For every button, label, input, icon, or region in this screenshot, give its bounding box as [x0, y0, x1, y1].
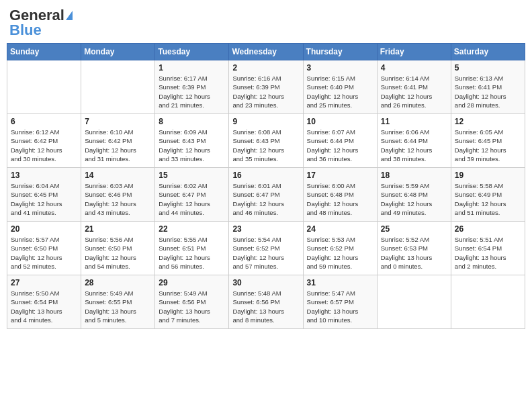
day-info: Sunrise: 6:16 AM Sunset: 6:39 PM Dayligh…	[232, 74, 299, 109]
day-number: 24	[307, 224, 373, 234]
calendar-cell: 11Sunrise: 6:06 AM Sunset: 6:44 PM Dayli…	[377, 114, 451, 168]
calendar-cell: 2Sunrise: 6:16 AM Sunset: 6:39 PM Daylig…	[229, 60, 303, 114]
day-number: 22	[159, 224, 225, 234]
day-info: Sunrise: 6:13 AM Sunset: 6:41 PM Dayligh…	[455, 74, 521, 109]
day-number: 21	[85, 224, 151, 234]
day-number: 1	[159, 63, 225, 73]
calendar-cell: 25Sunrise: 5:52 AM Sunset: 6:53 PM Dayli…	[377, 222, 451, 275]
col-header-tuesday: Tuesday	[155, 44, 229, 60]
day-info: Sunrise: 5:54 AM Sunset: 6:52 PM Dayligh…	[232, 235, 299, 271]
calendar-cell: 22Sunrise: 5:55 AM Sunset: 6:51 PM Dayli…	[155, 222, 229, 275]
calendar-cell: 9Sunrise: 6:08 AM Sunset: 6:43 PM Daylig…	[229, 114, 303, 168]
day-number: 16	[232, 171, 299, 180]
calendar-cell	[377, 275, 451, 329]
calendar-cell: 21Sunrise: 5:56 AM Sunset: 6:50 PM Dayli…	[81, 222, 155, 275]
calendar-cell	[451, 275, 525, 329]
calendar-cell: 10Sunrise: 6:07 AM Sunset: 6:44 PM Dayli…	[303, 114, 377, 168]
logo-triangle-icon	[66, 11, 73, 20]
day-info: Sunrise: 6:14 AM Sunset: 6:41 PM Dayligh…	[381, 74, 447, 109]
calendar-cell: 15Sunrise: 6:02 AM Sunset: 6:47 PM Dayli…	[155, 168, 229, 222]
day-info: Sunrise: 5:49 AM Sunset: 6:56 PM Dayligh…	[159, 289, 225, 324]
day-number: 30	[232, 278, 299, 287]
day-info: Sunrise: 6:01 AM Sunset: 6:47 PM Dayligh…	[232, 181, 299, 217]
day-info: Sunrise: 5:51 AM Sunset: 6:54 PM Dayligh…	[455, 235, 521, 271]
calendar-cell: 30Sunrise: 5:48 AM Sunset: 6:56 PM Dayli…	[229, 275, 303, 329]
day-number: 6	[11, 117, 77, 126]
day-number: 14	[85, 171, 151, 180]
day-number: 29	[159, 278, 225, 287]
day-number: 15	[159, 171, 225, 180]
col-header-friday: Friday	[377, 44, 451, 60]
calendar-cell: 26Sunrise: 5:51 AM Sunset: 6:54 PM Dayli…	[451, 222, 525, 275]
day-number: 28	[85, 278, 151, 287]
calendar-cell: 13Sunrise: 6:04 AM Sunset: 6:45 PM Dayli…	[7, 168, 81, 222]
calendar-cell: 3Sunrise: 6:15 AM Sunset: 6:40 PM Daylig…	[303, 60, 377, 114]
day-number: 4	[381, 63, 447, 73]
calendar-cell: 17Sunrise: 6:00 AM Sunset: 6:48 PM Dayli…	[303, 168, 377, 222]
calendar-cell: 12Sunrise: 6:05 AM Sunset: 6:45 PM Dayli…	[451, 114, 525, 168]
calendar-cell: 24Sunrise: 5:53 AM Sunset: 6:52 PM Dayli…	[303, 222, 377, 275]
day-number: 9	[232, 117, 299, 126]
day-number: 23	[232, 224, 299, 234]
day-info: Sunrise: 5:47 AM Sunset: 6:57 PM Dayligh…	[307, 289, 373, 324]
day-info: Sunrise: 6:12 AM Sunset: 6:42 PM Dayligh…	[11, 128, 77, 163]
calendar-cell	[81, 60, 155, 114]
day-info: Sunrise: 6:02 AM Sunset: 6:47 PM Dayligh…	[159, 181, 225, 217]
day-number: 20	[11, 224, 77, 234]
day-number: 2	[232, 63, 299, 73]
col-header-thursday: Thursday	[303, 44, 377, 60]
day-info: Sunrise: 5:48 AM Sunset: 6:56 PM Dayligh…	[232, 289, 299, 324]
day-info: Sunrise: 6:09 AM Sunset: 6:43 PM Dayligh…	[159, 128, 225, 163]
day-info: Sunrise: 6:06 AM Sunset: 6:44 PM Dayligh…	[381, 128, 447, 163]
logo-blue: Blue	[9, 21, 42, 39]
calendar-cell: 16Sunrise: 6:01 AM Sunset: 6:47 PM Dayli…	[229, 168, 303, 222]
calendar-cell: 4Sunrise: 6:14 AM Sunset: 6:41 PM Daylig…	[377, 60, 451, 114]
page-header: General Blue	[7, 7, 525, 39]
calendar-cell: 14Sunrise: 6:03 AM Sunset: 6:46 PM Dayli…	[81, 168, 155, 222]
day-info: Sunrise: 5:56 AM Sunset: 6:50 PM Dayligh…	[85, 235, 151, 271]
day-number: 11	[381, 117, 447, 126]
calendar-cell: 28Sunrise: 5:49 AM Sunset: 6:55 PM Dayli…	[81, 275, 155, 329]
day-info: Sunrise: 5:55 AM Sunset: 6:51 PM Dayligh…	[159, 235, 225, 271]
day-info: Sunrise: 5:53 AM Sunset: 6:52 PM Dayligh…	[307, 235, 373, 271]
calendar-cell: 8Sunrise: 6:09 AM Sunset: 6:43 PM Daylig…	[155, 114, 229, 168]
calendar-cell: 18Sunrise: 5:59 AM Sunset: 6:48 PM Dayli…	[377, 168, 451, 222]
calendar-table: SundayMondayTuesdayWednesdayThursdayFrid…	[7, 43, 525, 329]
col-header-saturday: Saturday	[451, 44, 525, 60]
col-header-monday: Monday	[81, 44, 155, 60]
calendar-cell: 31Sunrise: 5:47 AM Sunset: 6:57 PM Dayli…	[303, 275, 377, 329]
day-info: Sunrise: 5:58 AM Sunset: 6:49 PM Dayligh…	[455, 181, 521, 217]
calendar-cell: 1Sunrise: 6:17 AM Sunset: 6:39 PM Daylig…	[155, 60, 229, 114]
day-number: 13	[11, 171, 77, 180]
day-number: 25	[381, 224, 447, 234]
day-number: 3	[307, 63, 373, 73]
calendar-cell: 7Sunrise: 6:10 AM Sunset: 6:42 PM Daylig…	[81, 114, 155, 168]
logo: General Blue	[9, 7, 73, 39]
day-number: 7	[85, 117, 151, 126]
day-info: Sunrise: 6:04 AM Sunset: 6:45 PM Dayligh…	[11, 181, 77, 217]
col-header-wednesday: Wednesday	[229, 44, 303, 60]
day-info: Sunrise: 5:50 AM Sunset: 6:54 PM Dayligh…	[11, 289, 77, 324]
day-number: 31	[307, 278, 373, 287]
col-header-sunday: Sunday	[7, 44, 81, 60]
day-number: 10	[307, 117, 373, 126]
day-number: 26	[455, 224, 521, 234]
day-info: Sunrise: 6:08 AM Sunset: 6:43 PM Dayligh…	[232, 128, 299, 163]
day-info: Sunrise: 6:07 AM Sunset: 6:44 PM Dayligh…	[307, 128, 373, 163]
day-number: 17	[307, 171, 373, 180]
day-number: 12	[455, 117, 521, 126]
day-number: 8	[159, 117, 225, 126]
calendar-cell	[7, 60, 81, 114]
calendar-cell: 20Sunrise: 5:57 AM Sunset: 6:50 PM Dayli…	[7, 222, 81, 275]
day-info: Sunrise: 6:03 AM Sunset: 6:46 PM Dayligh…	[85, 181, 151, 217]
calendar-cell: 27Sunrise: 5:50 AM Sunset: 6:54 PM Dayli…	[7, 275, 81, 329]
calendar-cell: 23Sunrise: 5:54 AM Sunset: 6:52 PM Dayli…	[229, 222, 303, 275]
calendar-cell: 29Sunrise: 5:49 AM Sunset: 6:56 PM Dayli…	[155, 275, 229, 329]
day-info: Sunrise: 6:17 AM Sunset: 6:39 PM Dayligh…	[159, 74, 225, 109]
calendar-cell: 6Sunrise: 6:12 AM Sunset: 6:42 PM Daylig…	[7, 114, 81, 168]
day-number: 19	[455, 171, 521, 180]
day-info: Sunrise: 6:00 AM Sunset: 6:48 PM Dayligh…	[307, 181, 373, 217]
day-number: 27	[11, 278, 77, 287]
day-info: Sunrise: 5:49 AM Sunset: 6:55 PM Dayligh…	[85, 289, 151, 324]
day-info: Sunrise: 6:05 AM Sunset: 6:45 PM Dayligh…	[455, 128, 521, 163]
